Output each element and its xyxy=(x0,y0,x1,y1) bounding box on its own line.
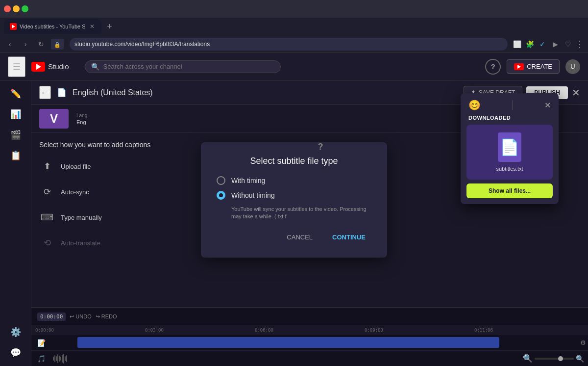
shield-icon[interactable]: ✓ xyxy=(537,39,548,50)
without-timing-option[interactable]: Without timing xyxy=(217,191,371,200)
with-timing-label: With timing xyxy=(231,177,265,184)
track-row-audio: 🎵 xyxy=(31,351,588,366)
title-bar: × – □ xyxy=(0,0,588,18)
file-name: subtitles.txt xyxy=(496,166,523,172)
dialog-help-icon[interactable]: ? xyxy=(315,141,326,153)
create-label: CREATE xyxy=(527,63,552,70)
active-tab[interactable]: Video subtitles - YouTube S ✕ xyxy=(4,19,101,34)
track-settings-button[interactable]: ⚙ xyxy=(578,337,588,348)
download-popup: 😊 ✕ DOWNLOADED 📄 subtitles.txt Show all … xyxy=(461,93,559,204)
lock-icon: 🔒 xyxy=(51,39,64,50)
waveform-bar xyxy=(62,355,63,363)
upload-icon: ⬆ xyxy=(39,158,55,174)
ruler-mark-4: 0:11:06 xyxy=(474,328,584,333)
timeline-right-controls: 🔍 🔍 xyxy=(519,354,588,363)
tl-zoom-out-icon[interactable]: 🔍 xyxy=(576,355,584,363)
yt-studio-logo[interactable]: Studio xyxy=(31,62,69,72)
maximize-window-button[interactable]: □ xyxy=(22,5,28,12)
navbar-right: ? CREATE U xyxy=(485,59,580,75)
continue-button[interactable]: CONTINUE xyxy=(326,231,371,244)
popup-close-button[interactable]: ✕ xyxy=(544,101,551,110)
create-button[interactable]: CREATE xyxy=(507,59,560,74)
waveform-bar xyxy=(57,354,58,363)
redo-button[interactable]: ↪ REDO xyxy=(96,314,117,320)
redo-label: REDO xyxy=(101,314,117,319)
tab-close-button[interactable]: ✕ xyxy=(89,22,96,31)
captions-track-icon: 📝 xyxy=(31,339,51,347)
file-icon: 📄 xyxy=(498,132,521,162)
user-avatar[interactable]: U xyxy=(565,59,580,74)
extensions-icon[interactable]: 🧩 xyxy=(524,39,535,50)
url-input[interactable] xyxy=(70,38,508,51)
yt-play-icon xyxy=(36,64,41,70)
close-editor-button[interactable]: ✕ xyxy=(572,87,580,99)
navbar-search: 🔍 xyxy=(85,60,281,73)
sidebar-item-subtitles[interactable]: 📋 xyxy=(2,146,29,165)
tl-search-icon[interactable]: 🔍 xyxy=(523,354,533,363)
dialog-title: Select subtitle file type xyxy=(217,156,371,166)
radio-selected-dot xyxy=(219,193,223,197)
waveform-bar xyxy=(54,355,55,362)
browser-menu-button[interactable]: ⋮ xyxy=(575,39,584,50)
waveform-bar xyxy=(63,354,64,364)
track-row-captions: 📝 ⚙ xyxy=(31,335,588,351)
sidebar: ✏️ 📊 🎬 📋 ⚙️ 💬 xyxy=(0,80,31,366)
timeline-area: 0:00:00 ↩ UNDO ↪ REDO 0:00:00 0:03:00 xyxy=(31,307,588,366)
popup-divider xyxy=(513,100,513,110)
back-editor-button[interactable]: ← xyxy=(39,86,51,99)
sidebar-item-settings[interactable]: ⚙️ xyxy=(2,323,29,341)
tab-favicon xyxy=(10,23,17,30)
sidebar-item-videos[interactable]: 🎬 xyxy=(2,126,29,144)
tab-play-icon xyxy=(12,25,15,28)
translate-icon: ⟲ xyxy=(39,235,55,251)
screen-icon[interactable]: ⬜ xyxy=(512,39,522,50)
undo-button[interactable]: ↩ UNDO xyxy=(70,314,91,320)
refresh-button[interactable]: ↻ xyxy=(35,38,47,50)
timeline-track: 0:00:00 0:03:00 0:06:00 0:09:00 0:11:06 … xyxy=(31,325,588,366)
without-timing-radio[interactable] xyxy=(217,191,225,200)
help-button[interactable]: ? xyxy=(485,59,501,75)
subtitles-icon: 📋 xyxy=(10,150,21,161)
minimize-window-button[interactable]: – xyxy=(13,5,20,12)
browser-chrome: × – □ Video subtitles - YouTube S ✕ + ‹ … xyxy=(0,0,588,53)
keyboard-icon: ⌨ xyxy=(39,209,55,225)
search-input[interactable] xyxy=(103,63,201,70)
ruler-mark-2: 0:06:00 xyxy=(255,328,365,333)
sidebar-bottom: ⚙️ 💬 xyxy=(2,323,29,366)
redo-icon: ↪ xyxy=(96,314,100,320)
sidebar-item-analytics[interactable]: 📊 xyxy=(2,105,29,124)
new-tab-button[interactable]: + xyxy=(103,20,116,33)
video-thumbnail: V xyxy=(39,109,69,129)
sidebar-item-edit[interactable]: ✏️ xyxy=(2,84,29,103)
select-type-dialog: Select subtitle file type With timing Wi… xyxy=(201,142,387,258)
title-bar-left: × – □ xyxy=(4,5,28,12)
ruler-marks: 0:00:00 0:03:00 0:06:00 0:09:00 0:11:06 xyxy=(35,328,584,333)
undo-label: UNDO xyxy=(75,314,91,319)
show-all-files-button[interactable]: Show all files... xyxy=(466,183,553,198)
address-bar-actions: ⬜ 🧩 ✓ ▶ ♡ ⋮ xyxy=(512,39,584,50)
lang-label: Lang xyxy=(76,113,87,118)
type-manually-label: Type manually xyxy=(61,214,102,221)
sidebar-item-feedback[interactable]: 💬 xyxy=(2,343,29,362)
create-video-icon xyxy=(514,63,524,70)
close-window-button[interactable]: × xyxy=(4,5,11,12)
settings-icon: ⚙️ xyxy=(10,327,21,338)
popup-header: 😊 ✕ xyxy=(466,99,553,111)
with-timing-option[interactable]: With timing xyxy=(217,176,371,185)
ruler-mark-3: 0:09:00 xyxy=(365,328,474,333)
cancel-button[interactable]: CANCEL xyxy=(281,231,318,244)
bookmark-icon[interactable]: ♡ xyxy=(563,39,573,50)
without-timing-label: Without timing xyxy=(231,191,275,199)
zoom-slider[interactable] xyxy=(535,358,574,360)
upload-label: Upload file xyxy=(61,163,91,170)
youtube-icon xyxy=(31,62,45,72)
with-timing-radio[interactable] xyxy=(217,176,225,185)
share-icon[interactable]: ▶ xyxy=(550,39,561,50)
thumb-letter: V xyxy=(39,109,69,129)
forward-button[interactable]: › xyxy=(20,38,31,50)
hamburger-button[interactable]: ☰ xyxy=(8,56,25,77)
back-button[interactable]: ‹ xyxy=(4,38,16,50)
captions-track-content[interactable] xyxy=(51,335,578,350)
feedback-icon: 💬 xyxy=(10,347,21,358)
file-preview: 📄 subtitles.txt xyxy=(466,125,553,180)
